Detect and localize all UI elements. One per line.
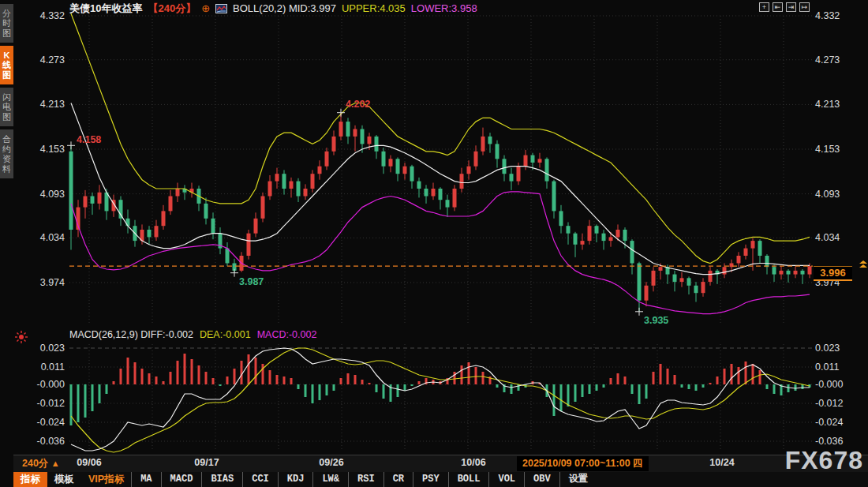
macd-label-left: 0.023	[22, 343, 65, 354]
sidebar-tab-1[interactable]: K线图	[0, 46, 13, 84]
pan-left-button[interactable]: ⇤	[773, 2, 783, 12]
macd-label-left: -0.012	[22, 398, 65, 409]
toolbar-button-OBV[interactable]: OBV	[524, 472, 559, 487]
time-tick-10/24: 10/24	[709, 457, 734, 468]
toolbar-button-VIP指标[interactable]: VIP指标	[81, 472, 131, 487]
toolbar-button-RSI[interactable]: RSI	[348, 472, 383, 487]
toolbar-button-模板[interactable]: 模板	[47, 472, 81, 487]
main-chart-plot[interactable]	[69, 14, 813, 328]
price-label-left: 3.974	[22, 277, 65, 288]
macd-label-left: -0.000	[22, 379, 65, 390]
pan-right-button[interactable]: ⇥	[786, 2, 796, 12]
toolbar-button-CCI[interactable]: CCI	[242, 472, 278, 487]
time-axis-row: 240分 ▲ 2025/10/09 07:00~11:00 四 09/0609/…	[0, 455, 868, 472]
chart-tool-buttons: +⇤⇥↦	[759, 2, 810, 12]
boll-mid-readout: BOLL(20,2) MID:3.997	[233, 2, 336, 14]
chart-header: 美债10年收益率 【240分】 ⊕ BOLL(20,2) MID:3.997 U…	[69, 2, 477, 14]
toolbar-button-VOL[interactable]: VOL	[488, 472, 524, 487]
macd-label-right: 0.011	[815, 362, 862, 373]
price-label-left: 4.093	[22, 189, 65, 200]
boll-lower-readout: LOWER:3.958	[411, 2, 477, 14]
sidebar-tab-3[interactable]: 合约资料	[0, 129, 13, 178]
indicator-toolbar: 指标模板VIP指标MAMACDBIASCCIKDJLW&RSICRPSYBOLL…	[13, 472, 868, 487]
sidebar-tab-0[interactable]: 分时图	[0, 4, 13, 43]
macd-label-right: -0.000	[815, 379, 862, 390]
macd-label-left: -0.024	[22, 417, 65, 428]
toolbar-button-指标[interactable]: 指标	[13, 472, 47, 487]
toolbar-button-BIAS[interactable]: BIAS	[201, 472, 242, 487]
alarm-blink-icon[interactable]	[15, 331, 28, 343]
price-label-right: 4.332	[815, 10, 862, 21]
time-tick-09/17: 09/17	[194, 457, 219, 468]
macd-dea-readout: DEA:-0.001	[200, 329, 251, 340]
time-tick-09/26: 09/26	[319, 457, 343, 468]
time-tick-09/06: 09/06	[77, 457, 101, 468]
fx678-watermark: FX678	[785, 447, 863, 474]
macd-header: MACD(26,12,9) DIFF:-0.002 DEA:-0.001 MAC…	[69, 328, 316, 340]
macd-label-left: 0.011	[22, 362, 65, 373]
macd-label-left: -0.036	[22, 436, 65, 447]
toolbar-button-MA[interactable]: MA	[131, 472, 160, 487]
toolbar-button-KDJ[interactable]: KDJ	[278, 472, 313, 487]
pan-end-button[interactable]: ↦	[799, 2, 810, 12]
toolbar-button-设置[interactable]: 设置	[559, 472, 597, 487]
price-label-right: 4.213	[815, 99, 862, 110]
instrument-title: 美债10年收益率	[69, 2, 142, 16]
boll-upper-readout: UPPER:4.035	[342, 2, 406, 14]
macd-plot[interactable]	[69, 341, 813, 453]
current-price-badge: 3.996	[814, 266, 852, 281]
period-tag[interactable]: 【240分】	[148, 2, 196, 16]
toolbar-button-CR[interactable]: CR	[383, 472, 413, 487]
price-label-right: 4.034	[815, 232, 862, 243]
price-marker-icon[interactable]	[859, 260, 868, 268]
price-label-left: 4.213	[22, 99, 65, 110]
chart-application: 4.1584.2023.9873.935 分时图K线图闪电图合约资料 美债10年…	[0, 0, 868, 487]
macd-label-right: -0.024	[815, 417, 862, 428]
period-up-arrow-icon: ▲	[51, 459, 60, 468]
chart-type-sidebar: 分时图K线图闪电图合约资料	[0, 0, 13, 487]
macd-diff-readout: MACD(26,12,9) DIFF:-0.002	[69, 329, 193, 340]
macd-label-right: 0.023	[815, 343, 862, 354]
price-label-right: 4.093	[815, 189, 862, 200]
price-label-left: 4.332	[22, 10, 65, 21]
toolbar-button-BOLL[interactable]: BOLL	[448, 472, 489, 487]
price-label-right: 4.273	[815, 54, 862, 66]
macd-label-right: -0.012	[815, 398, 862, 409]
price-label-left: 4.034	[22, 232, 65, 243]
price-label-right: 4.153	[815, 144, 862, 155]
price-label-left: 4.273	[22, 54, 65, 66]
price-label-left: 4.153	[22, 144, 65, 155]
period-label[interactable]: 240分 ▲	[22, 457, 60, 470]
macd-label-right: -0.036	[815, 436, 862, 447]
crosshair-icon[interactable]: ⊕	[201, 2, 210, 14]
macd-value-readout: MACD:-0.002	[257, 329, 317, 340]
crosshair-tool-button[interactable]: +	[759, 2, 769, 12]
toolbar-button-PSY[interactable]: PSY	[413, 472, 448, 487]
toolbar-button-MACD[interactable]: MACD	[161, 472, 202, 487]
mini-chart-icon[interactable]	[215, 4, 227, 13]
session-info-badge: 2025/10/09 07:00~11:00 四	[517, 456, 649, 471]
time-tick-10/06: 10/06	[461, 457, 485, 468]
toolbar-button-LW&[interactable]: LW&	[312, 472, 348, 487]
sidebar-tab-2[interactable]: 闪电图	[0, 88, 13, 126]
